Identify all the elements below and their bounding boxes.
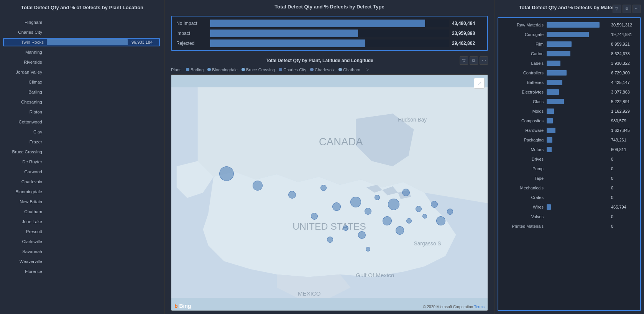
plant-bar-row[interactable]: Climax — [3, 78, 160, 86]
material-bar-row[interactable]: Pump0 — [501, 165, 638, 173]
legend-arrow[interactable]: ▷ — [366, 67, 369, 72]
right-more-icon[interactable]: ⋯ — [632, 5, 641, 13]
material-bar-row[interactable]: Raw Materials30,591,312 — [501, 21, 638, 29]
material-bar-row[interactable]: Electrolytes3,077,863 — [501, 88, 638, 96]
middle-panel: Total Defect Qty and % Defects by Defect… — [165, 0, 495, 314]
material-bar-row[interactable]: Valves0 — [501, 213, 638, 220]
map-more-icon[interactable]: ⋯ — [480, 56, 488, 65]
material-value: 3,077,863 — [611, 90, 638, 94]
material-bar-row[interactable]: Printed Materials0 — [501, 222, 638, 230]
right-bar-container — [547, 22, 609, 28]
plant-bar-row[interactable]: Clarksville — [3, 237, 160, 246]
right-bar-container — [547, 166, 609, 171]
material-bar-row[interactable]: Labels3,930,322 — [501, 59, 638, 67]
material-label: Carton — [501, 51, 547, 56]
legend-item: Charles City — [279, 67, 306, 72]
material-bar-row[interactable]: Batteries4,425,147 — [501, 79, 638, 86]
plant-bar-row[interactable]: Riverside — [3, 58, 160, 66]
material-bar-row[interactable]: Composites980,579 — [501, 117, 638, 125]
map-filter-icon[interactable]: ▽ — [460, 56, 468, 65]
plant-bar-row[interactable]: Hingham — [3, 18, 160, 26]
defect-type-value: 23,959,898 — [452, 31, 483, 36]
plant-bar-row[interactable]: June Lake — [3, 217, 160, 226]
bar-container — [45, 169, 131, 175]
material-bar-row[interactable]: Glass5,222,891 — [501, 98, 638, 105]
material-value: 6,729,900 — [611, 71, 638, 75]
terms-link[interactable]: Terms — [474, 305, 485, 309]
plant-bar-row[interactable]: Chatham — [3, 207, 160, 216]
right-bar-fill — [547, 128, 555, 133]
plant-bar-row[interactable]: Frazer — [3, 138, 160, 146]
material-label: Tape — [501, 176, 547, 181]
defect-type-row[interactable]: Rejected29,462,802 — [176, 39, 483, 47]
plant-bar-row[interactable]: Savannah — [3, 247, 160, 256]
bar-container — [45, 268, 131, 275]
plant-label: Manning — [3, 50, 45, 54]
right-bar-fill — [547, 41, 572, 47]
right-bar-fill — [547, 61, 560, 66]
plant-bar-row[interactable]: Charlevoix — [3, 178, 160, 186]
material-value: 609,811 — [611, 147, 638, 152]
plant-bar-row[interactable]: Twin Rocks96,903,184 — [3, 38, 160, 46]
material-bar-row[interactable]: Tape0 — [501, 174, 638, 182]
plant-bar-row[interactable]: Florence — [3, 267, 160, 276]
plant-bar-row[interactable]: Cottonwood — [3, 118, 160, 126]
material-bar-row[interactable]: Carton8,624,678 — [501, 50, 638, 58]
plant-bar-row[interactable]: Weaverville — [3, 257, 160, 266]
plant-bar-row[interactable]: Prescott — [3, 227, 160, 236]
plant-label: Chatham — [3, 209, 45, 214]
material-value: 749,261 — [611, 138, 638, 142]
plant-bar-row[interactable]: Ripton — [3, 108, 160, 116]
right-view-icon[interactable]: ⧉ — [623, 5, 631, 13]
right-bar-container — [547, 99, 609, 104]
right-bar-container — [547, 70, 609, 76]
plant-bar-row[interactable]: Manning — [3, 48, 160, 56]
material-bar-row[interactable]: Film8,959,921 — [501, 40, 638, 48]
plant-bar-row[interactable]: De Ruyter — [3, 158, 160, 166]
material-bar-row[interactable]: Motors609,811 — [501, 146, 638, 153]
legend-plant-label: Plant — [171, 67, 181, 72]
map-expand-button[interactable]: ⤢ — [474, 78, 485, 89]
right-bar-container — [547, 32, 609, 37]
plant-bar-row[interactable]: Barling — [3, 88, 160, 96]
defect-type-row[interactable]: No Impact43,480,484 — [176, 20, 483, 27]
plant-bar-row[interactable]: Bruce Crossing — [3, 148, 160, 156]
plant-bar-row[interactable]: Garwood — [3, 168, 160, 176]
legend-label: Charlevoix — [315, 67, 335, 72]
plant-label: Prescott — [3, 229, 45, 234]
material-value: 1,162,929 — [611, 109, 638, 113]
material-bar-row[interactable]: Crates0 — [501, 194, 638, 201]
defect-type-box: No Impact43,480,484Impact23,959,898Rejec… — [171, 16, 488, 51]
material-bar-row[interactable]: Drives0 — [501, 155, 638, 163]
plant-label: Riverside — [3, 60, 45, 64]
material-bar-row[interactable]: Corrugate19,744,931 — [501, 31, 638, 38]
defect-type-row[interactable]: Impact23,959,898 — [176, 30, 483, 37]
material-value: 8,624,678 — [611, 51, 638, 56]
legend-label: Barling — [191, 67, 204, 72]
bar-container — [45, 69, 131, 75]
material-bar-row[interactable]: Wires465,794 — [501, 203, 638, 211]
svg-text:CANADA: CANADA — [319, 136, 363, 148]
plant-label: Florence — [3, 269, 45, 274]
plant-bar-row[interactable]: Jordan Valley — [3, 68, 160, 76]
material-bar-row[interactable]: Molds1,162,929 — [501, 107, 638, 115]
plant-bar-row[interactable]: Bloomingdale — [3, 187, 160, 196]
svg-text:MEXICO: MEXICO — [298, 290, 321, 297]
map-expand-icon[interactable]: ⧉ — [470, 56, 478, 65]
right-filter-icon[interactable]: ▽ — [613, 5, 621, 13]
material-label: Glass — [501, 99, 547, 104]
bar-container — [45, 209, 131, 215]
defect-bar-fill — [210, 20, 425, 27]
material-bar-row[interactable]: Controllers6,729,900 — [501, 69, 638, 77]
material-label: Packaging — [501, 138, 547, 142]
plant-bar-row[interactable]: Charles City — [3, 28, 160, 36]
material-bar-row[interactable]: Hardware1,627,845 — [501, 127, 638, 134]
plant-bar-row[interactable]: New Britain — [3, 197, 160, 206]
material-bar-row[interactable]: Mechanicals0 — [501, 184, 638, 192]
plant-bar-row[interactable]: Clay — [3, 128, 160, 136]
material-bar-row[interactable]: Packaging749,261 — [501, 136, 638, 144]
plant-bar-row[interactable]: Chesaning — [3, 98, 160, 106]
plant-location-bar-list: HinghamCharles CityTwin Rocks96,903,184M… — [3, 18, 161, 311]
material-value: 4,425,147 — [611, 80, 638, 85]
legend-item: Bruce Crossing — [242, 67, 275, 72]
